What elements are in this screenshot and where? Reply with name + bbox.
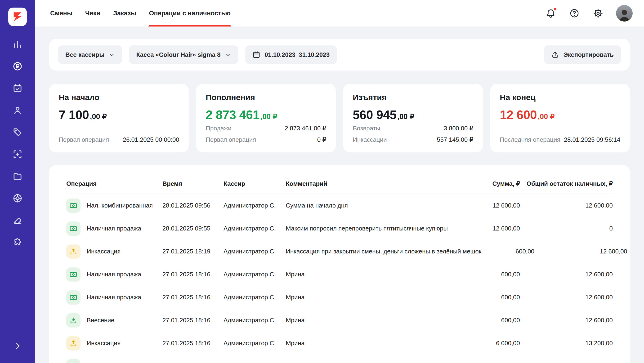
- operation-cell: Наличная продажа: [66, 290, 162, 305]
- user-avatar[interactable]: [616, 5, 633, 21]
- cash-icon: [66, 359, 80, 363]
- tab-receipts[interactable]: Чеки: [85, 0, 100, 26]
- table-row[interactable]: Нал. комбинированная 28.01.2025 09:56 Ад…: [66, 194, 613, 217]
- main-tabs: СменыЧекиЗаказыОперации с наличностью: [50, 0, 230, 26]
- support-icon[interactable]: [7, 187, 28, 209]
- summary-detail-row: Первая операция26.01.2025 00:00:00: [59, 136, 179, 143]
- table-row[interactable]: Инкассация 27.01.2025 18:16 Администрато…: [66, 332, 613, 355]
- summary-card-amount: 12 600,00 ₽: [500, 108, 620, 122]
- comment-cell: Инкассация при закрытии смены, деньги сл…: [286, 248, 487, 255]
- clients-icon[interactable]: [7, 99, 28, 121]
- ruble-icon[interactable]: [7, 55, 28, 77]
- register-filter-label: Касса «Colour Hair» sigma 8: [136, 51, 220, 58]
- notifications-button[interactable]: [545, 7, 556, 19]
- calendar-icon: [252, 51, 260, 59]
- detail-label: Последняя операция: [500, 136, 560, 143]
- comment-cell: Мрина: [286, 294, 472, 301]
- cashier-filter-label: Все кассиры: [65, 51, 104, 58]
- summary-card-amount: 7 100,00 ₽: [59, 108, 179, 122]
- summary-card-title: Изъятия: [353, 93, 473, 102]
- date-range-picker[interactable]: 01.10.2023–31.10.2023: [245, 45, 337, 64]
- balance-cell: 12 600,00: [534, 248, 627, 255]
- operation-cell: Внесение: [66, 313, 162, 328]
- comment-cell: Мрина: [286, 317, 472, 324]
- balance-cell: 13 200,00: [520, 340, 613, 347]
- collect-icon: [66, 336, 80, 351]
- avatar-photo: [617, 7, 632, 21]
- help-button[interactable]: [569, 7, 580, 19]
- export-button[interactable]: Экспортировать: [544, 45, 621, 64]
- tags-icon[interactable]: [7, 121, 28, 143]
- balance-cell: 0: [520, 225, 613, 232]
- table-row[interactable]: Инкассация 27.01.2025 18:19 Администрато…: [66, 240, 613, 263]
- operation-label: Нал. комбинированная: [87, 202, 153, 209]
- operation-cell: Инкассация: [66, 336, 162, 351]
- tab-shifts[interactable]: Смены: [50, 0, 72, 26]
- tab-orders[interactable]: Заказы: [113, 0, 136, 26]
- detail-label: Инкассации: [353, 136, 387, 143]
- register-filter-dropdown[interactable]: Касса «Colour Hair» sigma 8: [129, 45, 238, 64]
- folder-icon[interactable]: [7, 165, 28, 187]
- sum-cell: 600,00: [487, 248, 534, 255]
- settings-button[interactable]: [592, 7, 604, 19]
- cashier-cell: Администратор С.: [224, 317, 286, 324]
- summary-card: На начало 7 100,00 ₽ Первая операция26.0…: [49, 84, 189, 152]
- comment-cell: Максим попросил перепроверить пятитысячн…: [286, 225, 472, 232]
- tab-cash-operations[interactable]: Операции с наличностью: [149, 0, 230, 26]
- summary-card-details: Первая операция26.01.2025 00:00:00: [59, 136, 179, 143]
- export-label: Экспортировать: [564, 51, 614, 58]
- stats-icon[interactable]: [7, 33, 28, 55]
- gear-icon: [593, 8, 603, 18]
- shifts-calendar-icon[interactable]: [7, 77, 28, 99]
- summary-card: Пополнения 2 873 461,00 ₽ Продажи2 873 4…: [196, 84, 336, 152]
- column-header: Операция: [66, 180, 162, 187]
- time-cell: 27.01.2025 18:16: [162, 294, 224, 301]
- cashier-filter-dropdown[interactable]: Все кассиры: [58, 45, 122, 64]
- sum-cell: 12 600,00: [472, 202, 520, 209]
- time-cell: 27.01.2025 18:16: [162, 340, 224, 347]
- detail-value: 2 873 461,00 ₽: [284, 125, 326, 132]
- integrations-icon[interactable]: [7, 231, 28, 253]
- cashier-cell: Администратор С.: [224, 340, 286, 347]
- sidebar: [0, 0, 35, 363]
- detail-value: 0 ₽: [317, 136, 326, 143]
- table-row[interactable]: Внесение 27.01.2025 18:16 Администратор …: [66, 309, 613, 332]
- table-row[interactable]: Наличная продажа 27.01.2025 18:16 Админи…: [66, 286, 613, 309]
- topbar-actions: [545, 0, 633, 26]
- time-cell: 27.01.2025 18:16: [162, 317, 224, 324]
- cashier-cell: Администратор С.: [224, 202, 286, 209]
- export-icon: [551, 51, 559, 59]
- column-header: Комментарий: [286, 180, 472, 187]
- summary-detail-row: Последняя операция28.01.2025 09:56:14: [500, 136, 620, 143]
- eraser-icon[interactable]: [7, 209, 28, 231]
- amount-fraction: ,00 ₽: [90, 112, 107, 121]
- amount-integer: 7 100: [59, 108, 89, 122]
- sum-cell: 12 600,00: [472, 225, 520, 232]
- table-row[interactable]: Наличная продажа 27.01.2025 18:16 Админи…: [66, 263, 613, 286]
- summary-cards: На начало 7 100,00 ₽ Первая операция26.0…: [49, 84, 630, 152]
- table-row[interactable]: Наличная продажа 28.01.2025 09:55 Админи…: [66, 217, 613, 240]
- operation-cell: Нал. комбинированная: [66, 199, 162, 213]
- operation-cell: Наличная продажа: [66, 222, 162, 236]
- sidebar-nav: [7, 33, 28, 253]
- table-row[interactable]: Наличная продажа 27.01.2025 16:23 Админи…: [66, 355, 613, 363]
- summary-card-details: Возвраты3 800,00 ₽Инкассации557 145,00 ₽: [353, 125, 473, 143]
- summary-detail-row: Возвраты3 800,00 ₽: [353, 125, 473, 132]
- operations-table: ОперацияВремяКассирКомментарийСумма, ₽Об…: [49, 165, 630, 363]
- summary-detail-row: Первая операция0 ₽: [206, 136, 326, 143]
- summary-card-title: Пополнения: [206, 93, 326, 102]
- table-body: Нал. комбинированная 28.01.2025 09:56 Ад…: [66, 194, 613, 363]
- summary-card-amount: 560 945,00 ₽: [353, 108, 473, 122]
- column-header: Кассир: [224, 180, 286, 187]
- deposit-icon: [66, 313, 80, 328]
- cash-icon: [66, 267, 80, 282]
- summary-card: На конец 12 600,00 ₽ Последняя операция2…: [490, 84, 630, 152]
- sigma-logo[interactable]: [8, 7, 27, 26]
- sidebar-expand-button[interactable]: [7, 335, 28, 357]
- terminal-icon[interactable]: [7, 143, 28, 165]
- sum-cell: 600,00: [472, 294, 520, 301]
- time-cell: 27.01.2025 18:19: [162, 248, 224, 255]
- sum-cell: 600,00: [472, 271, 520, 278]
- content: Все кассиры Касса «Colour Hair» sigma 8 …: [35, 26, 644, 363]
- detail-label: Первая операция: [59, 136, 109, 143]
